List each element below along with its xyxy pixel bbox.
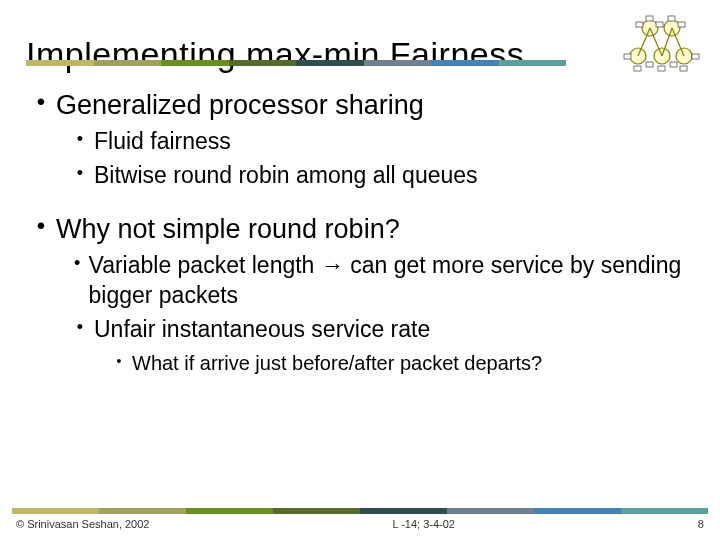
- bullet-level2: • Fluid fairness: [66, 126, 690, 156]
- svg-rect-20: [692, 54, 699, 59]
- bullet-text: Variable packet length → can get more se…: [89, 250, 691, 310]
- svg-rect-14: [624, 54, 631, 59]
- footer-bar: [12, 508, 708, 514]
- bullet-level2: • Variable packet length → can get more …: [66, 250, 690, 310]
- title-underline: [26, 60, 566, 66]
- bullet-dot-icon: •: [66, 160, 94, 190]
- bullet-text: Why not simple round robin?: [56, 212, 400, 246]
- bullet-dot-icon: •: [66, 314, 94, 344]
- bullet-text: Fluid fairness: [94, 126, 231, 156]
- bullet-text: Unfair instantaneous service rate: [94, 314, 430, 344]
- network-logo-icon: [622, 14, 700, 74]
- bullet-level1: • Generalized processor sharing: [26, 88, 690, 122]
- bullet-dot-icon: •: [26, 88, 56, 122]
- bullet-dot-icon: •: [66, 126, 94, 156]
- svg-rect-19: [680, 66, 687, 71]
- slide-footer: © Srinivasan Seshan, 2002 L -14; 3-4-02 …: [0, 508, 720, 530]
- slide-title: Implementing max-min Fairness: [26, 35, 524, 74]
- bullet-dot-icon: •: [66, 250, 89, 310]
- bullet-dot-icon: •: [26, 212, 56, 246]
- svg-rect-17: [658, 66, 665, 71]
- bullet-dot-icon: •: [106, 350, 132, 376]
- svg-rect-12: [668, 16, 675, 21]
- bullet-text: Bitwise round robin among all queues: [94, 160, 478, 190]
- bullet-text: What if arrive just before/after packet …: [132, 350, 542, 376]
- svg-rect-18: [670, 62, 677, 67]
- footer-lecture-id: L -14; 3-4-02: [392, 518, 455, 530]
- bullet-level3: • What if arrive just before/after packe…: [106, 350, 690, 376]
- bullet-text: Generalized processor sharing: [56, 88, 424, 122]
- bullet-level2: • Bitwise round robin among all queues: [66, 160, 690, 190]
- footer-copyright: © Srinivasan Seshan, 2002: [16, 518, 149, 530]
- svg-rect-15: [634, 66, 641, 71]
- slide-content: • Generalized processor sharing • Fluid …: [26, 80, 690, 376]
- bullet-level1: • Why not simple round robin?: [26, 212, 690, 246]
- svg-rect-13: [678, 22, 685, 27]
- bullet-level2: • Unfair instantaneous service rate: [66, 314, 690, 344]
- svg-rect-11: [656, 22, 663, 27]
- footer-page-number: 8: [698, 518, 704, 530]
- svg-rect-9: [646, 16, 653, 21]
- svg-rect-10: [636, 22, 643, 27]
- svg-rect-16: [646, 62, 653, 67]
